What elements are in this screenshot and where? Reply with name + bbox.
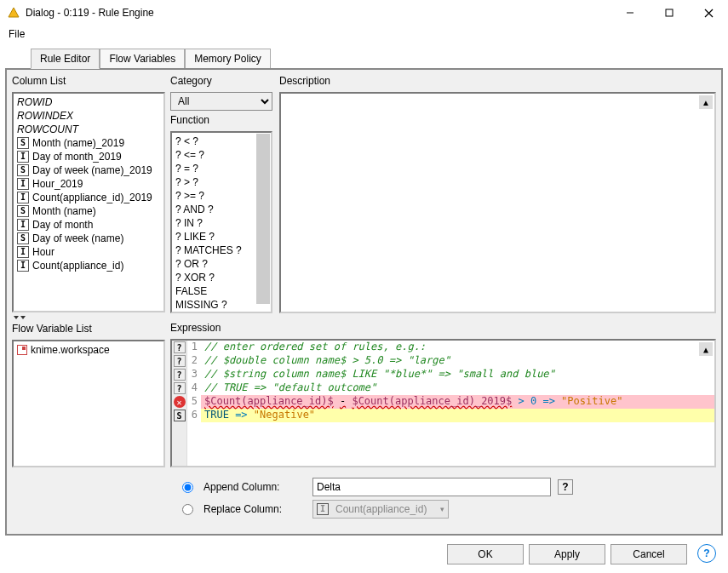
list-item[interactable]: ? <= ?: [175, 148, 267, 162]
list-item[interactable]: ROWCOUNT: [17, 123, 160, 136]
rule-editor-panel: Column List ROWID ROWINDEX ROWCOUNT SMon…: [5, 68, 723, 536]
list-item[interactable]: ICount(appliance_id)_2019: [17, 191, 160, 204]
type-s-icon: S: [17, 137, 29, 149]
list-item[interactable]: SDay of week (name): [17, 232, 160, 245]
tab-rule-editor[interactable]: Rule Editor: [31, 49, 100, 69]
list-item[interactable]: IDay of month: [17, 218, 160, 232]
scrollbar[interactable]: [256, 134, 270, 304]
close-button[interactable]: [689, 0, 728, 26]
type-s-icon: S: [17, 205, 29, 217]
replace-column-radio[interactable]: [182, 504, 193, 515]
column-list[interactable]: ROWID ROWINDEX ROWCOUNT SMonth (name)_20…: [12, 92, 165, 312]
replace-column-label: Replace Column:: [203, 503, 306, 515]
gutter-hint-icon[interactable]: ?: [174, 355, 186, 367]
col-name: Month (name)_2019: [32, 137, 124, 149]
window-controls: [610, 0, 728, 26]
titlebar: Dialog - 0:119 - Rule Engine: [0, 0, 728, 26]
type-s-icon: S: [17, 164, 29, 176]
type-i-icon: I: [17, 151, 29, 163]
list-item[interactable]: ROWINDEX: [17, 109, 160, 123]
cancel-button[interactable]: Cancel: [610, 544, 687, 564]
line-numbers: 1 2 3 4 5 6: [187, 341, 201, 466]
function-list[interactable]: ? < ? ? <= ? ? = ? ? > ? ? >= ? ? AND ? …: [170, 131, 272, 313]
type-i-icon: I: [17, 260, 29, 272]
list-item[interactable]: MISSING ?: [175, 298, 267, 312]
category-label: Category: [170, 75, 272, 87]
list-item[interactable]: ? > ?: [175, 175, 267, 189]
output-options: Append Column: ? Replace Column: I Count…: [12, 467, 716, 529]
maximize-button[interactable]: [650, 0, 689, 26]
window-title: Dialog - 0:119 - Rule Engine: [26, 7, 610, 19]
col-name: Day of week (name)_2019: [32, 164, 152, 176]
expression-editor[interactable]: ▲ ? ? ? ? ✕ S 1 2: [170, 339, 716, 467]
content: Rule Editor Flow Variables Memory Policy…: [0, 43, 728, 536]
col-name: Month (name): [32, 205, 96, 217]
list-item[interactable]: SMonth (name): [17, 204, 160, 218]
list-item[interactable]: ? OR ?: [175, 257, 267, 271]
replace-column-value: Count(appliance_id): [335, 503, 427, 515]
col-name: Hour_2019: [32, 178, 83, 190]
append-column-input[interactable]: [312, 478, 551, 496]
gutter-hint-icon[interactable]: ?: [174, 341, 186, 353]
append-column-label: Append Column:: [203, 481, 306, 493]
list-item[interactable]: ? MATCHES ?: [175, 244, 267, 257]
help-icon[interactable]: ?: [558, 479, 573, 495]
col-name: Count(appliance_id): [32, 260, 123, 272]
svg-rect-2: [666, 9, 673, 16]
gutter-string-icon[interactable]: S: [174, 410, 186, 421]
list-item[interactable]: knime.workspace: [17, 343, 160, 357]
function-label: Function: [170, 114, 272, 126]
col-name: Hour: [32, 246, 54, 258]
list-item[interactable]: IHour_2019: [17, 177, 160, 191]
ok-button[interactable]: OK: [447, 544, 524, 564]
col-name: Count(appliance_id)_2019: [32, 192, 152, 203]
gutter-error-icon[interactable]: ✕: [174, 396, 186, 408]
scroll-up-icon[interactable]: ▲: [699, 342, 713, 356]
app-icon: [7, 6, 20, 20]
menu-file[interactable]: File: [3, 26, 30, 42]
type-s-icon: S: [17, 232, 29, 244]
list-item[interactable]: IHour: [17, 245, 160, 259]
flow-variable-list[interactable]: knime.workspace: [12, 340, 165, 467]
list-item[interactable]: ? IN ?: [175, 216, 267, 230]
code-body[interactable]: // enter ordered set of rules, e.g.: // …: [201, 341, 714, 466]
list-item[interactable]: ? LIKE ?: [175, 230, 267, 244]
list-item[interactable]: ROWID: [17, 95, 160, 109]
list-item[interactable]: ? < ?: [175, 135, 267, 148]
type-i-icon: I: [17, 178, 29, 190]
menubar: File: [0, 26, 728, 43]
type-i-icon: I: [317, 503, 329, 515]
minimize-button[interactable]: [610, 0, 650, 26]
list-item[interactable]: ? = ?: [175, 162, 267, 175]
list-item[interactable]: FALSE: [175, 284, 267, 298]
category-select[interactable]: All: [170, 92, 272, 111]
list-item[interactable]: ? XOR ?: [175, 271, 267, 284]
col-name: Day of week (name): [32, 232, 123, 244]
expression-label: Expression: [170, 322, 716, 334]
list-item[interactable]: IDay of month_2019: [17, 150, 160, 163]
type-i-icon: I: [17, 219, 29, 231]
list-item[interactable]: SMonth (name)_2019: [17, 136, 160, 150]
help-button[interactable]: ?: [697, 544, 716, 563]
list-item[interactable]: ? >= ?: [175, 189, 267, 203]
gutter-hint-icon[interactable]: ?: [174, 382, 186, 394]
gutter: ? ? ? ? ✕ S: [172, 341, 187, 466]
tab-memory-policy[interactable]: Memory Policy: [185, 49, 271, 69]
col-name: Day of month_2019: [32, 151, 122, 163]
window: Dialog - 0:119 - Rule Engine File Rule E…: [0, 0, 728, 573]
col-name: Day of month: [32, 219, 93, 231]
type-i-icon: I: [17, 192, 29, 203]
flow-var-label: Flow Variable List: [12, 323, 165, 335]
scroll-up-icon[interactable]: ▲: [699, 95, 713, 109]
append-column-radio[interactable]: [182, 482, 193, 493]
list-item[interactable]: ? AND ?: [175, 203, 267, 216]
column-list-label: Column List: [12, 75, 165, 87]
description-label: Description: [279, 75, 716, 87]
tab-flow-variables[interactable]: Flow Variables: [100, 49, 185, 69]
apply-button[interactable]: Apply: [529, 544, 605, 564]
list-item[interactable]: ICount(appliance_id): [17, 259, 160, 272]
list-item[interactable]: SDay of week (name)_2019: [17, 163, 160, 177]
list-item[interactable]: NOT ?: [175, 312, 267, 313]
gutter-hint-icon[interactable]: ?: [174, 369, 186, 381]
splitter[interactable]: [12, 316, 165, 319]
